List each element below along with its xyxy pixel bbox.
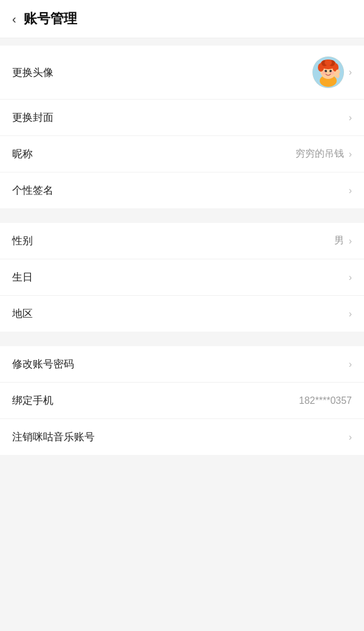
- gender-right: 男 ›: [334, 234, 352, 247]
- chevron-icon: ›: [349, 272, 352, 283]
- signature-label: 个性签名: [12, 183, 53, 197]
- svg-point-8: [325, 60, 332, 66]
- change-password-label: 修改账号密码: [12, 357, 74, 371]
- chevron-icon: ›: [349, 309, 352, 319]
- svg-point-12: [331, 71, 334, 75]
- cancel-right: ›: [349, 432, 352, 443]
- change-password-item[interactable]: 修改账号密码 ›: [0, 346, 364, 383]
- header: ‹ 账号管理: [0, 0, 364, 38]
- chevron-icon: ›: [349, 359, 352, 370]
- change-avatar-item[interactable]: 更换头像: [0, 46, 364, 100]
- cancel-account-label: 注销咪咕音乐账号: [12, 430, 95, 444]
- signature-right: ›: [349, 185, 352, 196]
- phone-value: 182****0357: [299, 395, 352, 406]
- birthday-item[interactable]: 生日 ›: [0, 259, 364, 296]
- svg-point-11: [322, 71, 326, 75]
- back-button[interactable]: ‹: [12, 12, 16, 26]
- gender-label: 性别: [12, 234, 33, 248]
- chevron-icon: ›: [349, 185, 352, 196]
- bind-phone-label: 绑定手机: [12, 394, 53, 408]
- divider-2: [0, 332, 364, 339]
- password-right: ›: [349, 359, 352, 370]
- chevron-icon: ›: [349, 67, 352, 78]
- region-right: ›: [349, 309, 352, 319]
- chevron-icon: ›: [349, 432, 352, 443]
- nickname-right: 穷穷的吊钱 ›: [295, 148, 352, 160]
- birthday-label: 生日: [12, 270, 33, 284]
- nickname-item[interactable]: 昵称 穷穷的吊钱 ›: [0, 136, 364, 172]
- profile-top-section: 更换头像: [0, 46, 364, 208]
- region-item[interactable]: 地区 ›: [0, 296, 364, 332]
- account-security-section: 修改账号密码 › 绑定手机 182****0357 注销咪咕音乐账号 ›: [0, 346, 364, 455]
- profile-info-section: 性别 男 › 生日 › 地区 ›: [0, 223, 364, 332]
- change-cover-item[interactable]: 更换封面 ›: [0, 100, 364, 136]
- signature-item[interactable]: 个性签名 ›: [0, 172, 364, 208]
- nickname-value: 穷穷的吊钱: [295, 148, 344, 160]
- nickname-label: 昵称: [12, 147, 33, 161]
- region-label: 地区: [12, 307, 33, 321]
- change-avatar-label: 更换头像: [12, 66, 53, 80]
- cover-right: ›: [349, 112, 352, 123]
- avatar: [312, 56, 344, 88]
- chevron-icon: ›: [349, 149, 352, 160]
- page-title: 账号管理: [24, 10, 77, 28]
- cancel-account-item[interactable]: 注销咪咕音乐账号 ›: [0, 419, 364, 455]
- gender-item[interactable]: 性别 男 ›: [0, 223, 364, 259]
- gender-value: 男: [334, 234, 344, 247]
- phone-right: 182****0357: [299, 395, 352, 406]
- divider-1: [0, 208, 364, 216]
- chevron-icon: ›: [349, 236, 352, 247]
- bind-phone-item[interactable]: 绑定手机 182****0357: [0, 383, 364, 419]
- svg-point-14: [335, 70, 340, 74]
- avatar-right: ›: [312, 56, 352, 88]
- change-cover-label: 更换封面: [12, 111, 53, 124]
- chevron-icon: ›: [349, 112, 352, 123]
- birthday-right: ›: [349, 272, 352, 283]
